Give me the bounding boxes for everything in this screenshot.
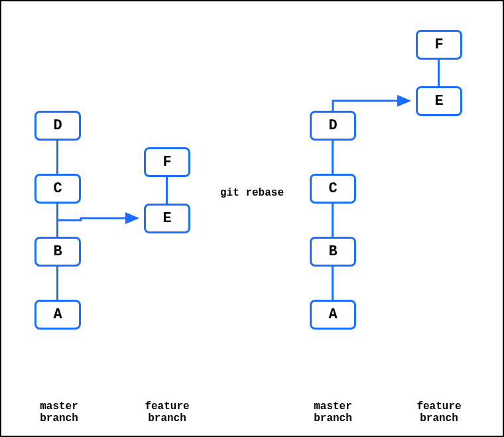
- arrow-overlay: [1, 1, 504, 437]
- branch-arrow-before: [58, 218, 137, 220]
- branch-arrow-after: [333, 101, 409, 111]
- diagram-canvas: A B C D E F A B C D E F git rebase maste…: [0, 0, 504, 437]
